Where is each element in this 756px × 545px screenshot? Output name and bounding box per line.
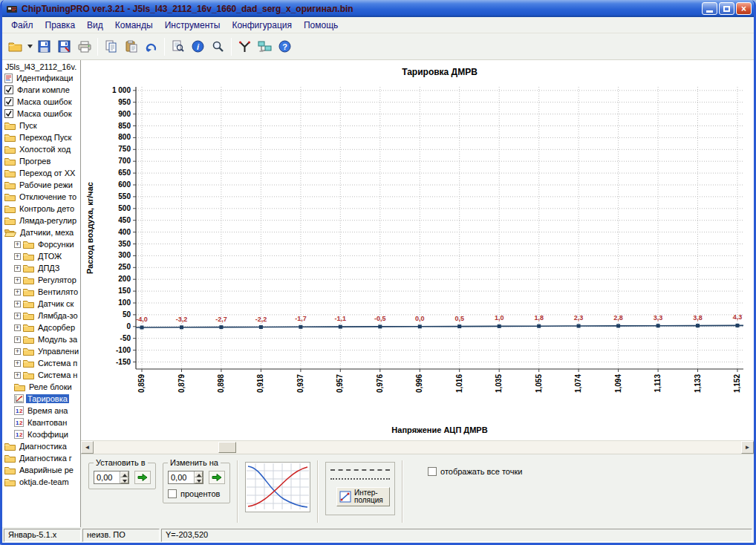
spin-down-icon[interactable] [195, 477, 203, 483]
undo-button[interactable] [141, 36, 161, 56]
tree-item[interactable]: Пуск [2, 120, 80, 131]
scroll-right-button[interactable]: ► [741, 441, 754, 454]
menu-item-2[interactable]: Правка [39, 19, 82, 32]
curves-preview-button[interactable] [245, 462, 310, 512]
spin-down-icon[interactable] [120, 477, 128, 483]
show-all-points-checkbox[interactable]: отображать все точки [428, 467, 522, 476]
save-button[interactable] [34, 36, 54, 56]
paste-button[interactable] [121, 36, 141, 56]
folder-icon [23, 371, 34, 379]
scrollbar-thumb[interactable] [218, 442, 236, 453]
expand-plus-icon[interactable]: + [14, 241, 21, 248]
tree-item[interactable]: +ДТОЖ [2, 250, 80, 262]
tree-item[interactable]: Тарировка [2, 393, 80, 405]
expand-plus-icon[interactable]: + [14, 372, 21, 379]
change-value-input[interactable]: 0,00 [168, 471, 203, 484]
scrollbar-track[interactable] [94, 441, 741, 454]
tree-item[interactable]: Прогрев [2, 155, 80, 167]
tree-item[interactable]: Диагностика г [2, 452, 80, 464]
tree-item[interactable]: Флаги компле [2, 84, 80, 96]
save-icon [38, 40, 50, 53]
tree-item[interactable]: Лямда-регулир [2, 215, 80, 226]
save-as-button[interactable] [54, 36, 74, 56]
menu-item-7[interactable]: Помощь [298, 19, 344, 32]
svg-text:-2,7: -2,7 [215, 316, 227, 323]
print-button[interactable] [74, 36, 94, 56]
dash-style-sample[interactable] [330, 469, 390, 471]
tree-item[interactable]: Контроль дето [2, 203, 80, 215]
tree-item-label: Адсорбер [36, 323, 76, 332]
apply-set-button[interactable] [134, 471, 151, 484]
menu-item-4[interactable]: Команды [109, 19, 159, 32]
svg-text:1,152: 1,152 [733, 374, 741, 393]
expand-plus-icon[interactable]: + [14, 253, 21, 260]
tree-item[interactable]: Переход от ХХ [2, 167, 80, 179]
tree-item[interactable]: +Форсунки [2, 238, 80, 250]
tree-item[interactable]: Идентификаци [2, 72, 80, 84]
chart-scrollbar[interactable]: ◄ ► [81, 440, 754, 454]
search-button[interactable] [208, 36, 228, 56]
expand-plus-icon[interactable]: + [14, 360, 21, 367]
tree-item[interactable]: +ДПДЗ [2, 262, 80, 274]
tree-item[interactable]: +Модуль за [2, 333, 80, 345]
calibration-chart[interactable]: 1 00095090085080075070065060055050045040… [81, 60, 754, 440]
expand-plus-icon[interactable]: + [14, 324, 21, 331]
tree-item[interactable]: Диагностика [2, 440, 80, 452]
info-icon: i [192, 40, 204, 53]
expand-plus-icon[interactable]: + [14, 289, 21, 296]
help-button[interactable]: ? [275, 36, 295, 56]
menu-item-5[interactable]: Инструменты [159, 19, 227, 32]
dot-style-sample[interactable] [330, 478, 390, 480]
minimize-button[interactable] [702, 2, 717, 15]
menu-item-1[interactable]: Файл [5, 19, 39, 32]
tree-item[interactable]: 12Квантован [2, 417, 80, 428]
interpolation-button[interactable]: Интер- поляция [336, 487, 390, 506]
tree-item[interactable]: +Вентилято [2, 286, 80, 298]
apply-change-button[interactable] [209, 471, 225, 484]
expand-plus-icon[interactable]: + [14, 265, 21, 272]
tree-item[interactable]: +Система п [2, 357, 80, 369]
expand-plus-icon[interactable]: + [14, 277, 21, 284]
tree-item[interactable]: oktja.de-team [2, 476, 80, 488]
menu-item-6[interactable]: Конфигурация [226, 19, 298, 32]
open-dropdown-button[interactable] [25, 36, 34, 56]
percent-checkbox[interactable]: процентов [168, 489, 225, 498]
menu-item-3[interactable]: Вид [81, 19, 109, 32]
tree-item[interactable]: +Регулятор [2, 274, 80, 286]
tree-item[interactable]: +Адсорбер [2, 322, 80, 333]
expand-plus-icon[interactable]: + [14, 348, 21, 355]
tree-item[interactable]: Переход Пуск [2, 131, 80, 143]
tree-item[interactable]: +Датчик ск [2, 298, 80, 310]
connection-button[interactable] [255, 36, 275, 56]
tree-item[interactable]: Рабочие режи [2, 179, 80, 191]
tree-item[interactable]: Отключение то [2, 191, 80, 203]
tree-item[interactable]: Датчики, меха [2, 226, 80, 238]
expand-plus-icon[interactable]: + [14, 313, 21, 319]
spin-up-icon[interactable] [195, 471, 203, 477]
copy-button[interactable] [101, 36, 121, 56]
tree-item[interactable]: Аварийные ре [2, 464, 80, 476]
tree-item[interactable]: 12Коэффици [2, 428, 80, 440]
tree-item[interactable]: 12Время ана [2, 405, 80, 417]
spin-up-icon[interactable] [120, 471, 128, 477]
tree-item[interactable]: +Управлени [2, 345, 80, 357]
tree-item[interactable]: Холостой ход [2, 143, 80, 155]
tree-item[interactable]: +Лямбда-зо [2, 310, 80, 322]
tree-root-item[interactable]: J5ls_l43_2112_16v. [2, 62, 80, 72]
scroll-left-button[interactable]: ◄ [81, 441, 94, 454]
tree-item[interactable]: +Система н [2, 369, 80, 381]
tree-item[interactable]: Маска ошибок [2, 108, 80, 120]
properties-button[interactable]: i [188, 36, 208, 56]
expand-plus-icon[interactable]: + [14, 301, 21, 307]
preview-button[interactable] [168, 36, 188, 56]
maximize-button[interactable] [719, 2, 734, 15]
tree-item[interactable]: Маска ошибок [2, 96, 80, 108]
open-button[interactable] [5, 36, 25, 56]
tree-item[interactable]: Реле блоки [2, 381, 80, 393]
set-value-input[interactable]: 0,00 [94, 471, 129, 484]
folder-icon [23, 311, 34, 320]
close-button[interactable]: × [736, 2, 752, 15]
svg-text:2,3: 2,3 [574, 314, 584, 322]
axis-tool-button[interactable] [235, 36, 255, 56]
expand-plus-icon[interactable]: + [14, 336, 21, 343]
